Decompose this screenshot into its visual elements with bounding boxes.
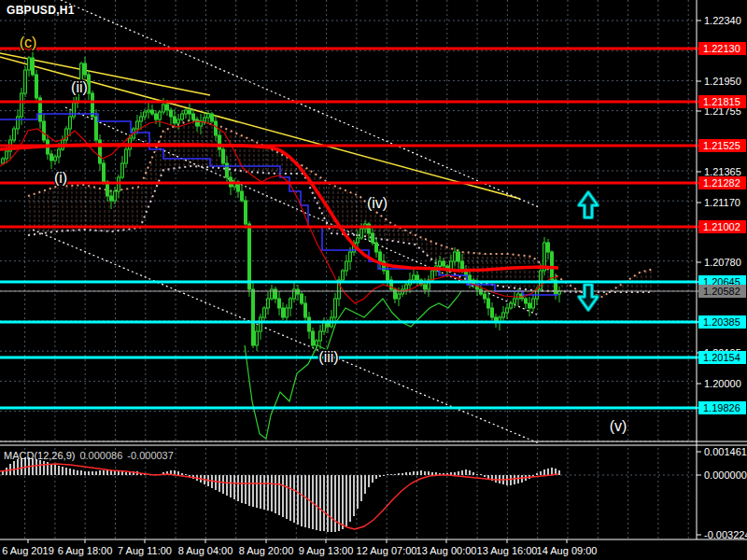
candle-body (170, 110, 173, 117)
price-axis-label: 1.22340 (704, 15, 741, 26)
candle-body (301, 294, 303, 303)
candle-body (162, 105, 165, 112)
macd-indicator-label: MACD(12,26,9)0.000086-0.000037 (4, 450, 174, 461)
candle-body (282, 308, 285, 317)
candle-body (110, 196, 113, 201)
price-axis-label: 1.20780 (704, 257, 741, 268)
candle-body (13, 129, 16, 140)
wave-label[interactable]: (iii) (318, 349, 338, 365)
candle-body (342, 271, 345, 280)
candle-body (207, 114, 210, 118)
candle-body (319, 331, 322, 341)
macd-main-value: 0.000086 (79, 450, 122, 461)
time-axis-label: 7 Aug 11:00 (118, 545, 172, 556)
wave-label[interactable]: (i) (54, 170, 67, 186)
price-badge-label: 1.20154 (703, 352, 740, 363)
candle-body (413, 275, 416, 280)
time-axis-label: 13 Aug 00:00 (416, 545, 477, 556)
time-axis-label: 8 Aug 20:00 (239, 545, 294, 556)
candle-body (278, 299, 281, 308)
candle-body (28, 58, 31, 70)
price-axis-label: 1.20000 (704, 378, 741, 389)
price-badge-label: 1.20385 (703, 316, 740, 328)
candle-body (349, 252, 352, 261)
candle-body (32, 58, 35, 75)
candle-body (360, 229, 363, 238)
candle-body (84, 63, 87, 75)
candle-body (6, 151, 8, 159)
candle-body (204, 118, 206, 121)
candle-body (211, 114, 214, 121)
candle-body (345, 261, 348, 271)
candle-body (245, 201, 247, 224)
candle-body (267, 299, 270, 308)
candle-body (372, 233, 374, 243)
candle-body (469, 275, 472, 280)
price-axis-label: 1.21365 (704, 166, 741, 177)
candle-body (121, 163, 124, 177)
candle-body (2, 159, 5, 163)
candle-body (547, 243, 550, 252)
candle-body (312, 331, 315, 345)
candle-body (17, 117, 20, 129)
macd-axis-label: -0.003224 (704, 529, 747, 540)
price-badge-label: 1.21002 (703, 221, 740, 232)
candle-body (502, 313, 505, 317)
price-axis-label: 1.21170 (704, 197, 740, 208)
candle-body (166, 105, 169, 110)
time-axis-label: 9 Aug 13:00 (299, 545, 354, 556)
candle-body (54, 157, 57, 161)
macd-axis-label: 0.000000 (704, 469, 747, 481)
macd-name: MACD(12,26,9) (4, 450, 75, 461)
time-axis-label: 12 Aug 07:00 (357, 545, 417, 556)
candle-body (416, 275, 419, 280)
candle-body (289, 299, 292, 308)
time-axis-label: 6 Aug 2019 (2, 545, 54, 556)
wave-label[interactable]: (iv) (367, 195, 388, 211)
candle-body (529, 303, 531, 308)
price-axis-label: 1.21950 (704, 76, 741, 87)
candle-body (308, 317, 311, 331)
candle-body (218, 135, 221, 149)
candle-body (454, 252, 457, 261)
candle-body (24, 70, 27, 93)
candle-body (252, 289, 255, 345)
candle-body (151, 110, 154, 114)
time-axis-label: 6 Aug 18:00 (58, 545, 113, 556)
candle-body (260, 317, 262, 331)
candle-body (375, 243, 378, 252)
candle-body (192, 114, 195, 119)
candle-body (256, 331, 259, 345)
price-badge-label: 1.21815 (703, 96, 740, 107)
candle-body (144, 112, 147, 117)
candle-body (286, 308, 289, 317)
wave-label[interactable]: (ii) (71, 79, 88, 95)
wave-label[interactable]: (c) (20, 35, 37, 50)
candle-body (484, 294, 486, 299)
candle-body (148, 110, 150, 112)
candle-body (316, 341, 318, 345)
candle-body (43, 121, 46, 140)
candle-body (506, 308, 509, 313)
symbol-title: GBPUSD,H1 (7, 4, 75, 17)
candle-body (50, 154, 53, 161)
candle-body (263, 308, 266, 317)
candle-body (95, 117, 98, 140)
candle-body (196, 119, 199, 126)
price-chart-canvas[interactable]: (c)(ii)(i)(iv)(iii)(v)1.223401.219501.21… (0, 0, 747, 560)
wave-label[interactable]: (v) (610, 418, 627, 434)
candle-body (398, 294, 401, 299)
candle-body (177, 119, 180, 123)
candle-body (21, 93, 23, 117)
price-badge-label: 1.20582 (703, 286, 740, 297)
candle-body (222, 149, 225, 163)
candle-body (487, 299, 490, 308)
candle-body (387, 271, 389, 280)
candle-body (405, 285, 408, 289)
candle-body (424, 285, 427, 289)
candle-body (125, 149, 128, 163)
candle-body (35, 75, 38, 98)
candle-body (181, 114, 184, 119)
candle-body (114, 191, 117, 201)
candle-body (248, 224, 251, 289)
